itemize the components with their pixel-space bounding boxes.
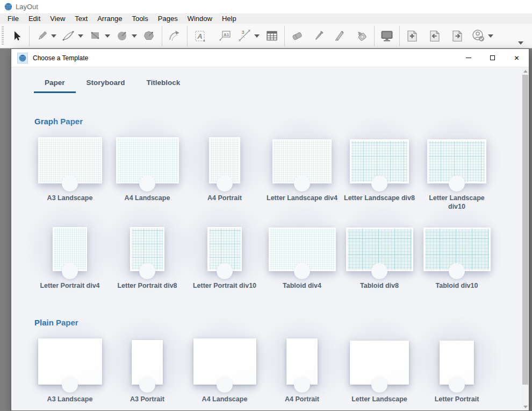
template-label: A4 Landscape — [125, 194, 170, 211]
template-label: A4 Portrait — [285, 395, 319, 410]
template-radio — [449, 175, 465, 192]
svg-text:A1: A1 — [224, 32, 229, 37]
add-page-button[interactable] — [404, 26, 421, 46]
template-radio — [62, 263, 78, 279]
template-letter-portrait-div8[interactable]: Letter Portrait div8 — [109, 225, 186, 299]
template-tabloid-div4[interactable]: Tabloid div4 — [263, 225, 341, 299]
scrollbar-down-button[interactable] — [522, 403, 529, 410]
eraser-tool-button[interactable] — [289, 26, 306, 46]
menu-text[interactable]: Text — [70, 15, 92, 23]
template-letter-portrait-div10[interactable]: Letter Portrait div10 — [186, 225, 263, 299]
dialog-icon-frame — [17, 53, 28, 63]
tab-paper[interactable]: Paper — [34, 79, 76, 93]
template-tabs: Paper Storyboard Titleblock — [11, 79, 529, 93]
rectangle-tool-button[interactable] — [87, 26, 104, 46]
previous-page-icon — [428, 29, 442, 43]
template-letter-landscape-div4[interactable]: Letter Landscape div4 — [263, 137, 341, 211]
menu-window[interactable]: Window — [183, 15, 217, 23]
split-tool-button[interactable] — [332, 26, 349, 46]
app-title: LayOut — [16, 3, 38, 11]
template-thumbnail — [209, 137, 240, 183]
template-radio — [217, 377, 233, 393]
template-label: Letter Landscape div10 — [421, 194, 492, 211]
circle-tool-dropdown[interactable] — [132, 34, 137, 38]
arc-tool-button[interactable] — [60, 26, 77, 46]
polygon-tool-button[interactable] — [141, 26, 158, 46]
scrollbar-up-button[interactable] — [522, 67, 529, 75]
line-tool-dropdown[interactable] — [51, 34, 56, 38]
account-dropdown[interactable] — [488, 34, 493, 38]
dialog-minimize-button[interactable] — [456, 49, 480, 67]
toolbar-separator — [374, 26, 375, 46]
template-tabloid-div8[interactable]: Tabloid div8 — [341, 225, 418, 299]
template-label: A4 Portrait — [207, 194, 242, 211]
template-a4-portrait-graph[interactable]: A4 Portrait — [186, 137, 263, 211]
text-tool-button[interactable]: A — [191, 26, 209, 46]
line-tool-button[interactable] — [33, 26, 51, 46]
style-tool-button[interactable] — [310, 26, 327, 46]
template-label: Letter Landscape div8 — [344, 194, 415, 211]
circle-tool-button[interactable] — [114, 26, 131, 46]
menu-view[interactable]: View — [45, 15, 70, 23]
template-thumbnail — [130, 227, 164, 271]
template-tabloid-div10[interactable]: Tabloid div10 — [418, 225, 495, 299]
template-thumbnail — [427, 139, 486, 183]
tab-titleblock[interactable]: Titleblock — [136, 79, 191, 93]
thumb-area — [31, 338, 109, 385]
template-label: Letter Portrait — [435, 395, 479, 410]
template-a3-landscape-plain[interactable]: A3 Landscape — [31, 338, 109, 410]
toolbar-drag-handle[interactable] — [2, 26, 4, 46]
menu-pages[interactable]: Pages — [153, 15, 183, 23]
start-presentation-button[interactable] — [378, 26, 396, 46]
template-a4-portrait-plain[interactable]: A4 Portrait — [263, 338, 341, 410]
template-a4-landscape-plain[interactable]: A4 Landscape — [186, 338, 263, 410]
template-letter-landscape-div10[interactable]: Letter Landscape div10 — [418, 137, 495, 211]
label-tool-button[interactable]: A1 — [216, 26, 233, 46]
template-letter-landscape-plain[interactable]: Letter Landscape — [341, 338, 418, 410]
offset-tool-button[interactable] — [166, 26, 183, 46]
template-letter-portrait-plain[interactable]: Letter Portrait — [418, 338, 495, 410]
template-label: Letter Portrait div4 — [40, 281, 99, 299]
menu-edit[interactable]: Edit — [24, 15, 45, 23]
template-a3-portrait-plain[interactable]: A3 Portrait — [109, 338, 186, 410]
thumb-area — [109, 338, 186, 385]
arc-tool-dropdown[interactable] — [78, 34, 83, 38]
template-radio — [217, 263, 233, 279]
previous-page-button[interactable] — [426, 26, 443, 46]
dimension-tool-button[interactable]: 3 — [236, 26, 254, 46]
scrollbar-thumb[interactable] — [522, 75, 528, 385]
template-thumbnail — [272, 139, 332, 183]
dialog-maximize-button[interactable] — [480, 49, 505, 67]
tab-storyboard[interactable]: Storyboard — [76, 79, 136, 93]
dialog-content: Paper Storyboard Titleblock Graph Paper … — [11, 67, 529, 410]
app-titlebar: LayOut — [0, 0, 532, 13]
dialog-close-button[interactable]: ✕ — [505, 49, 529, 67]
dialog-scrollbar[interactable] — [522, 67, 529, 410]
next-page-button[interactable] — [449, 26, 466, 46]
scroll-up-icon — [523, 70, 528, 73]
menu-arrange[interactable]: Arrange — [92, 15, 127, 23]
menu-bar: File Edit View Text Arrange Tools Pages … — [0, 13, 532, 24]
select-tool-button[interactable] — [8, 26, 25, 46]
table-tool-button[interactable] — [263, 26, 281, 46]
account-button[interactable] — [470, 26, 487, 46]
template-thumbnail — [207, 227, 242, 271]
template-radio — [139, 377, 155, 393]
rectangle-tool-dropdown[interactable] — [105, 34, 110, 38]
menu-tools[interactable]: Tools — [127, 15, 153, 23]
thumb-area — [109, 137, 186, 183]
toolbar-overflow-dropdown[interactable] — [518, 41, 523, 45]
thumb-area — [341, 225, 418, 271]
template-thumbnail — [132, 340, 163, 385]
template-a4-landscape-graph[interactable]: A4 Landscape — [109, 137, 186, 211]
layout-dialog-icon — [19, 54, 26, 62]
template-letter-portrait-div4[interactable]: Letter Portrait div4 — [31, 225, 109, 299]
menu-help[interactable]: Help — [217, 15, 241, 23]
template-radio — [449, 377, 465, 393]
dimension-tool-dropdown[interactable] — [254, 34, 260, 38]
template-radio — [449, 263, 465, 279]
template-letter-landscape-div8[interactable]: Letter Landscape div8 — [341, 137, 418, 211]
menu-file[interactable]: File — [3, 15, 24, 23]
template-a3-landscape-graph[interactable]: A3 Landscape — [31, 137, 109, 211]
join-tool-button[interactable] — [353, 26, 370, 46]
